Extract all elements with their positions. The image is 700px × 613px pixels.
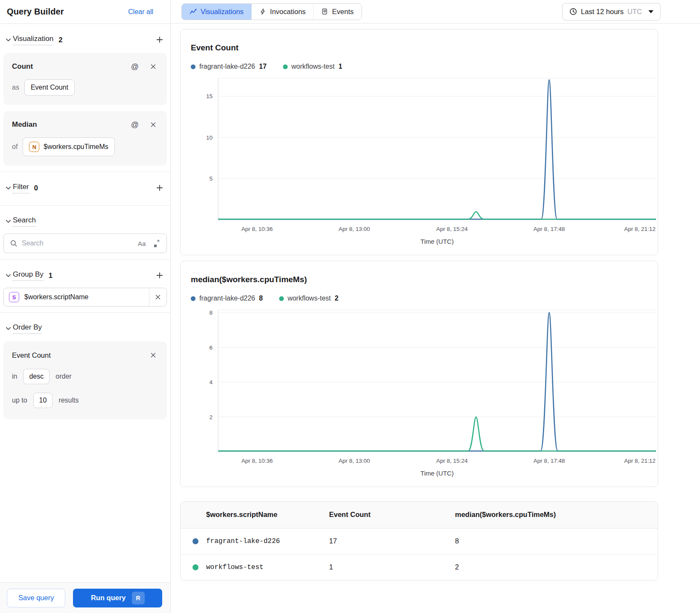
add-filter-button[interactable] xyxy=(154,182,165,193)
chevron-down-icon[interactable] xyxy=(3,185,13,191)
query-builder-panel: Query Builder Clear all Visualization 2 … xyxy=(0,0,171,613)
chart-line-icon xyxy=(190,8,197,15)
alias-field[interactable]: Event Count xyxy=(24,79,75,96)
remove-visualization-button[interactable] xyxy=(148,120,158,130)
series-line xyxy=(218,80,656,219)
group-by-section-label[interactable]: Group By xyxy=(13,270,44,281)
clear-all-link[interactable]: Clear all xyxy=(128,8,153,16)
view-tabs: Visualizations Invocations Events xyxy=(181,3,362,20)
legend-item[interactable]: workflows-test1 xyxy=(283,63,342,70)
run-query-button[interactable]: Run query R xyxy=(73,589,162,607)
visualization-card-count: Count @ as Event Count xyxy=(3,53,167,105)
time-zone-value: UTC xyxy=(627,8,642,16)
svg-text:Apr 8, 21:12: Apr 8, 21:12 xyxy=(624,458,656,464)
remove-visualization-button[interactable] xyxy=(148,61,158,72)
visualizations-content: Event Count fragrant-lake-d22617workflow… xyxy=(171,23,700,581)
search-section-label[interactable]: Search xyxy=(13,216,36,227)
filter-section-label[interactable]: Filter xyxy=(13,183,29,193)
chevron-down-icon[interactable] xyxy=(3,37,13,43)
results-table: $workers.scriptNameEvent Countmedian($wo… xyxy=(181,502,658,580)
chevron-down-icon[interactable] xyxy=(3,325,13,332)
save-query-button[interactable]: Save query xyxy=(7,589,65,607)
svg-text:Apr 8, 13:00: Apr 8, 13:00 xyxy=(338,226,370,232)
visualization-card-median: Median @ of N $workers.cpuTimeMs xyxy=(3,111,167,166)
svg-text:Apr 8, 17:48: Apr 8, 17:48 xyxy=(534,458,565,464)
chart-title: Event Count xyxy=(191,43,653,53)
match-case-icon[interactable]: Aa xyxy=(135,240,148,247)
svg-text:15: 15 xyxy=(206,93,213,99)
at-icon[interactable]: @ xyxy=(127,120,143,129)
median-cell: 8 xyxy=(455,528,658,554)
legend-series-total: 2 xyxy=(335,295,338,302)
filter-section-header: Filter 0 xyxy=(3,172,167,199)
table-row[interactable]: workflows-test12 xyxy=(181,554,658,580)
group-by-count: 1 xyxy=(49,271,52,280)
chevron-down-icon[interactable] xyxy=(3,272,13,279)
order-label: order xyxy=(55,373,71,380)
filter-count: 0 xyxy=(34,184,38,192)
caret-down-icon xyxy=(648,10,653,13)
legend-series-total: 17 xyxy=(259,63,267,70)
page-title: Query Builder xyxy=(7,7,64,17)
legend-item[interactable]: workflows-test2 xyxy=(279,295,338,302)
search-icon xyxy=(10,239,18,247)
median-field-value: $workers.cpuTimeMs xyxy=(44,143,108,151)
time-range-dropdown[interactable]: Last 12 hours UTC xyxy=(562,3,661,20)
line-chart[interactable]: 2468Apr 8, 10:36Apr 8, 13:00Apr 8, 15:24… xyxy=(191,306,653,481)
legend-item[interactable]: fragrant-lake-d22617 xyxy=(191,63,267,70)
search-input[interactable] xyxy=(22,239,131,247)
tab-visualizations[interactable]: Visualizations xyxy=(182,4,251,20)
svg-text:8: 8 xyxy=(209,309,213,316)
tab-events[interactable]: Events xyxy=(313,4,361,20)
series-dot-icon xyxy=(191,64,195,69)
time-range-value: Last 12 hours xyxy=(581,8,624,16)
svg-text:Apr 8, 21:12: Apr 8, 21:12 xyxy=(624,226,656,232)
number-type-icon: N xyxy=(29,142,39,152)
group-by-field-pill[interactable]: S $workers.scriptName xyxy=(3,288,167,306)
svg-text:5: 5 xyxy=(209,175,213,182)
regex-icon[interactable]: * xyxy=(152,239,161,247)
tab-label: Visualizations xyxy=(201,8,244,16)
chevron-down-icon[interactable] xyxy=(3,218,13,225)
svg-text:Apr 8, 10:36: Apr 8, 10:36 xyxy=(242,458,273,464)
table-column-header: Event Count xyxy=(329,502,455,528)
series-dot-icon xyxy=(192,538,198,544)
svg-text:Apr 8, 15:24: Apr 8, 15:24 xyxy=(436,226,468,232)
remove-order-by-button[interactable] xyxy=(148,350,158,360)
line-chart[interactable]: 51015Apr 8, 10:36Apr 8, 13:00Apr 8, 15:2… xyxy=(191,75,653,249)
median-field-selector[interactable]: N $workers.cpuTimeMs xyxy=(23,137,114,156)
tab-invocations[interactable]: Invocations xyxy=(251,4,313,20)
event-count-cell: 1 xyxy=(329,554,455,580)
add-visualization-button[interactable] xyxy=(154,34,165,45)
results-table-card: $workers.scriptNameEvent Countmedian($wo… xyxy=(180,501,658,581)
series-dot-icon xyxy=(283,64,288,69)
table-column-header: $workers.scriptName xyxy=(181,502,329,528)
legend-series-name: fragrant-lake-d226 xyxy=(199,63,255,70)
legend-series-name: workflows-test xyxy=(288,295,331,302)
remove-group-by-button[interactable] xyxy=(149,288,166,306)
table-column-header: median($workers.cpuTimeMs) xyxy=(455,502,658,528)
visualization-section-label[interactable]: Visualization xyxy=(13,35,53,45)
legend-series-total: 1 xyxy=(338,63,342,70)
order-by-section-header: Order By xyxy=(3,313,167,340)
script-name-cell: fragrant-lake-d226 xyxy=(206,537,280,545)
chart-card-median-cputime: median($workers.cpuTimeMs) fragrant-lake… xyxy=(180,261,658,487)
query-builder-header: Query Builder Clear all xyxy=(0,0,170,24)
series-line xyxy=(218,312,656,451)
table-row[interactable]: fragrant-lake-d226178 xyxy=(181,528,658,554)
limit-input[interactable]: 10 xyxy=(33,393,53,408)
visualization-name: Count xyxy=(12,62,33,71)
at-icon[interactable]: @ xyxy=(127,62,143,71)
sort-direction-selector[interactable]: desc xyxy=(23,369,50,384)
median-cell: 2 xyxy=(455,554,658,580)
visualization-name: Median xyxy=(12,120,37,129)
order-by-section-label[interactable]: Order By xyxy=(13,323,42,334)
add-group-by-button[interactable] xyxy=(154,270,165,281)
legend-series-name: workflows-test xyxy=(292,63,335,70)
legend-item[interactable]: fragrant-lake-d2268 xyxy=(191,295,263,302)
table-body: fragrant-lake-d226178workflows-test12 xyxy=(181,528,658,580)
series-dot-icon xyxy=(191,296,195,301)
svg-text:4: 4 xyxy=(209,379,213,385)
search-field-container: Aa * xyxy=(3,234,167,253)
main-content: Visualizations Invocations Events xyxy=(171,0,700,613)
